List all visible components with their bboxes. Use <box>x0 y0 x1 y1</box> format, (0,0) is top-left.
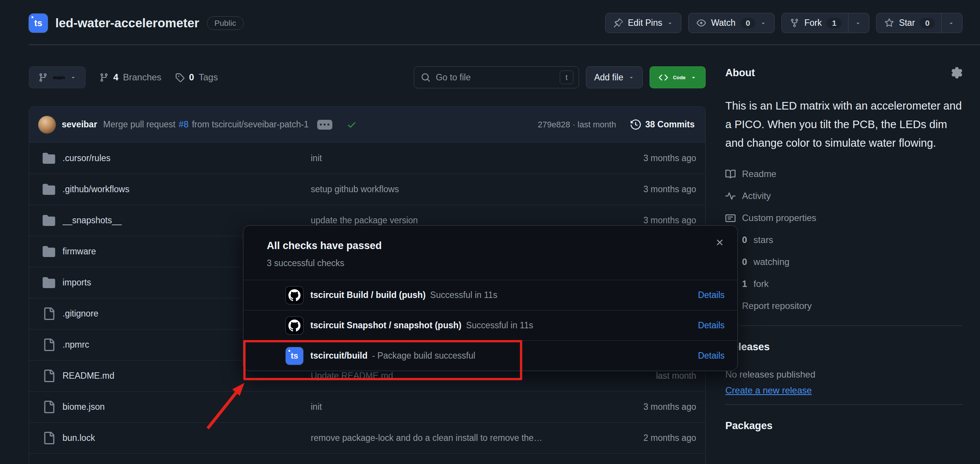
check-details-link[interactable]: Details <box>698 320 725 330</box>
code-label: Code <box>673 75 686 80</box>
file-name[interactable]: .github/workflows <box>62 184 311 195</box>
create-release-link[interactable]: Create a new release <box>725 385 812 396</box>
chevron-down-icon[interactable] <box>855 20 861 26</box>
commit-message-text[interactable]: Merge pull request <box>103 120 175 130</box>
fork-label: Fork <box>804 18 822 28</box>
check-row: tscircuit Snapshot / snapshot (push) Suc… <box>243 310 737 340</box>
latest-commit-bar: seveibar Merge pull request #8 from tsci… <box>29 107 705 142</box>
edit-pins-button[interactable]: Edit Pins <box>605 13 682 33</box>
sidebar-item-icon <box>725 191 735 201</box>
sidebar-item-count: 1 <box>742 279 747 289</box>
branches-link[interactable]: 4 Branches <box>99 72 161 83</box>
sidebar-item-count: 0 <box>742 257 747 267</box>
file-type-icon <box>42 245 56 258</box>
chevron-down-icon <box>667 20 673 26</box>
repo-identity: ts led-water-accelerometer Public <box>29 14 244 33</box>
file-commit-message[interactable]: remove package-lock and do a clean insta… <box>311 433 601 443</box>
star-label: Star <box>899 18 915 28</box>
close-icon[interactable]: ✕ <box>716 238 724 247</box>
check-details-link[interactable]: Details <box>698 290 725 300</box>
commit-author-name[interactable]: seveibar <box>62 120 97 130</box>
go-to-file-input[interactable] <box>436 72 554 83</box>
gear-icon[interactable] <box>951 67 963 78</box>
file-type-icon <box>42 308 56 320</box>
file-name[interactable]: biome.json <box>62 402 311 412</box>
success-check-icon <box>270 321 279 330</box>
file-commit-message[interactable]: Update README.md <box>311 371 601 381</box>
chevron-down-icon[interactable] <box>948 20 954 26</box>
header-divider <box>29 45 980 45</box>
file-commit-date: 3 months ago <box>601 184 696 195</box>
checks-popup: All checks have passed 3 successful chec… <box>243 225 738 371</box>
checks-popup-header: All checks have passed 3 successful chec… <box>243 226 737 280</box>
commit-ellipsis-button[interactable] <box>317 120 332 130</box>
code-button[interactable]: Code <box>649 66 706 88</box>
sidebar-item-icon <box>725 213 735 223</box>
sidebar-item-label: Report repository <box>742 301 812 311</box>
sidebar-item-label: fork <box>753 279 768 289</box>
sidebar-about-item[interactable]: 0 stars <box>725 229 963 251</box>
commit-sha-and-time[interactable]: 279e828 · last month <box>538 120 616 130</box>
branches-count: 4 <box>113 72 118 83</box>
check-status: Successful in 11s <box>466 320 533 330</box>
ts-logo-dot <box>32 16 33 18</box>
branches-label: Branches <box>123 72 161 83</box>
check-details-link[interactable]: Details <box>698 351 725 361</box>
sidebar-about-item[interactable]: Activity <box>725 185 963 207</box>
git-branch-icon <box>38 73 48 82</box>
star-button[interactable]: Star 0 <box>876 13 963 33</box>
file-name[interactable]: README.md <box>62 371 311 381</box>
button-divider <box>941 13 942 33</box>
check-status: - Package build successful <box>372 351 475 361</box>
chevron-down-icon <box>760 20 766 26</box>
watch-button[interactable]: Watch 0 <box>688 13 775 33</box>
fork-icon <box>790 18 799 28</box>
check-row: ts tscircuit/build - Package build succe… <box>243 340 737 371</box>
file-name[interactable]: __snapshots__ <box>62 215 311 226</box>
commits-count-label: 38 Commits <box>645 120 695 130</box>
file-type-icon <box>42 214 56 227</box>
sidebar-about-item[interactable]: Custom properties <box>725 207 963 229</box>
about-title: About <box>725 66 755 79</box>
chevron-down-icon <box>628 74 635 80</box>
fork-button[interactable]: Fork 1 <box>781 13 869 33</box>
sidebar-about-item[interactable]: 1 fork <box>725 273 963 295</box>
file-commit-date: 3 months ago <box>601 402 696 412</box>
commit-status-check-icon[interactable] <box>347 120 356 130</box>
file-commit-message[interactable]: init <box>311 153 601 163</box>
sidebar-about-item[interactable]: Report repository <box>725 295 963 317</box>
sidebar-about-item[interactable]: Readme <box>725 163 963 185</box>
file-commit-message[interactable]: update the package version <box>311 215 601 226</box>
add-file-button[interactable]: Add file <box>586 66 643 88</box>
commit-history-link[interactable]: 38 Commits <box>631 120 695 130</box>
repo-title[interactable]: led-water-accelerometer <box>55 16 199 30</box>
file-commit-message[interactable]: setup github workflows <box>311 184 601 195</box>
fork-count: 1 <box>827 18 842 29</box>
visibility-badge: Public <box>207 16 244 30</box>
search-icon <box>421 73 431 82</box>
sidebar-about-item[interactable]: 0 watching <box>725 251 963 273</box>
tags-count: 0 <box>189 72 194 83</box>
git-branch-icon <box>99 73 109 82</box>
repo-header: ts led-water-accelerometer Public Edit P… <box>0 0 980 33</box>
add-file-label: Add file <box>594 72 624 83</box>
file-name[interactable]: .cursor/rules <box>62 153 311 163</box>
repo-avatar-ts-logo[interactable]: ts <box>29 14 48 33</box>
success-check-icon <box>270 290 279 300</box>
tags-link[interactable]: 0 Tags <box>175 72 218 83</box>
chevron-down-icon <box>690 74 697 80</box>
table-row: bun.lock remove package-lock and do a cl… <box>29 422 705 453</box>
file-commit-date: last month <box>601 371 696 381</box>
commit-message-tail[interactable]: from tscircuit/seveibar-patch-1 <box>192 120 309 130</box>
file-type-icon <box>42 152 56 164</box>
sidebar-item-label: stars <box>753 234 773 245</box>
checks-popup-title: All checks have passed <box>267 238 724 253</box>
pr-number-link[interactable]: #8 <box>179 120 189 130</box>
sidebar-item-label: watching <box>753 257 789 267</box>
file-type-icon <box>42 276 56 289</box>
commit-author-avatar[interactable] <box>38 116 56 134</box>
file-name[interactable]: bun.lock <box>62 433 311 443</box>
branch-selector[interactable]: main <box>29 66 86 88</box>
file-commit-message[interactable]: init <box>311 402 601 412</box>
check-app-avatar <box>286 287 303 304</box>
